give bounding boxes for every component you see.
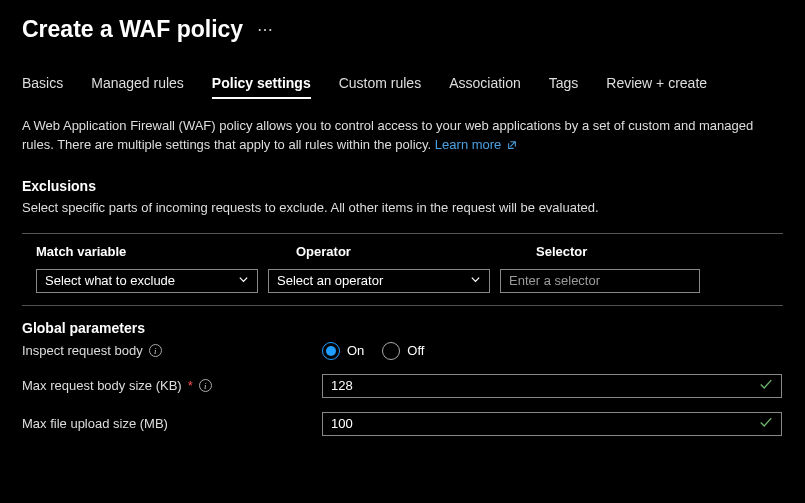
- info-icon[interactable]: i: [199, 379, 212, 392]
- max-body-size-input[interactable]: 128: [322, 374, 782, 398]
- operator-select[interactable]: Select an operator: [268, 269, 490, 293]
- column-header-operator: Operator: [296, 244, 536, 259]
- max-body-value: 128: [331, 378, 353, 393]
- exclusions-title: Exclusions: [22, 178, 783, 194]
- page-title: Create a WAF policy: [22, 16, 243, 43]
- inspect-body-radio-group: On Off: [322, 342, 424, 360]
- max-upload-value: 100: [331, 416, 353, 431]
- exclusions-table: Match variable Operator Selector Select …: [22, 233, 783, 306]
- tab-association[interactable]: Association: [449, 71, 521, 99]
- inspect-body-off-radio[interactable]: Off: [382, 342, 424, 360]
- chevron-down-icon: [470, 273, 481, 288]
- radio-on-label: On: [347, 343, 364, 358]
- radio-off-label: Off: [407, 343, 424, 358]
- tab-tags[interactable]: Tags: [549, 71, 579, 99]
- policy-description: A Web Application Firewall (WAF) policy …: [22, 117, 782, 156]
- column-header-selector: Selector: [536, 244, 783, 259]
- learn-more-label: Learn more: [435, 137, 501, 152]
- selector-input[interactable]: [500, 269, 700, 293]
- max-upload-size-input[interactable]: 100: [322, 412, 782, 436]
- external-link-icon: [507, 137, 517, 156]
- description-text: A Web Application Firewall (WAF) policy …: [22, 118, 753, 152]
- exclusions-subtitle: Select specific parts of incoming reques…: [22, 200, 783, 215]
- global-parameters-title: Global parameters: [22, 320, 783, 336]
- chevron-down-icon: [238, 273, 249, 288]
- match-variable-select[interactable]: Select what to exclude: [36, 269, 258, 293]
- tab-list: Basics Managed rules Policy settings Cus…: [22, 71, 783, 99]
- validated-check-icon: [759, 416, 773, 431]
- required-indicator: *: [188, 378, 193, 393]
- max-body-label: Max request body size (KB): [22, 378, 182, 393]
- validated-check-icon: [759, 378, 773, 393]
- tab-custom-rules[interactable]: Custom rules: [339, 71, 421, 99]
- learn-more-link[interactable]: Learn more: [435, 137, 517, 152]
- match-variable-placeholder: Select what to exclude: [45, 273, 175, 288]
- inspect-body-on-radio[interactable]: On: [322, 342, 364, 360]
- tab-managed-rules[interactable]: Managed rules: [91, 71, 184, 99]
- tab-basics[interactable]: Basics: [22, 71, 63, 99]
- operator-placeholder: Select an operator: [277, 273, 383, 288]
- tab-policy-settings[interactable]: Policy settings: [212, 71, 311, 99]
- max-upload-label: Max file upload size (MB): [22, 416, 168, 431]
- info-icon[interactable]: i: [149, 344, 162, 357]
- inspect-body-label: Inspect request body: [22, 343, 143, 358]
- exclusion-row: Select what to exclude Select an operato…: [22, 269, 783, 293]
- column-header-match-variable: Match variable: [36, 244, 296, 259]
- tab-review-create[interactable]: Review + create: [606, 71, 707, 99]
- more-actions-button[interactable]: ⋯: [257, 20, 274, 39]
